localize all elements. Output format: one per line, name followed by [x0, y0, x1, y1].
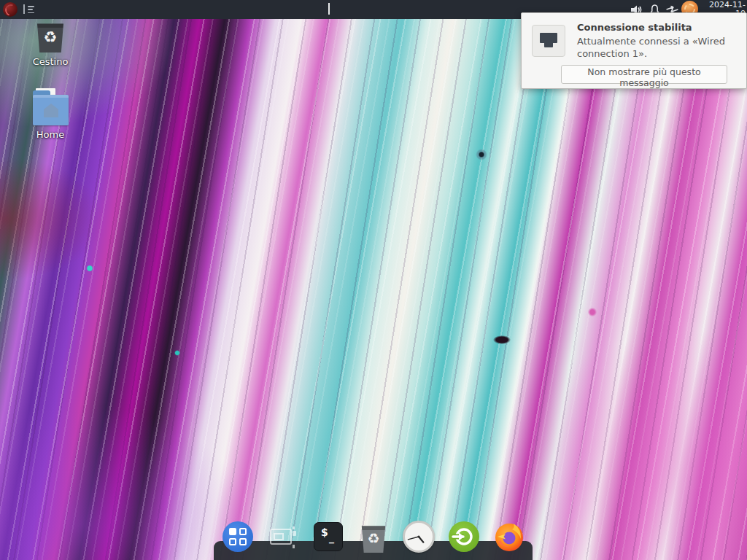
dock-terminal[interactable]: $ _	[312, 521, 344, 553]
home-folder-icon	[22, 88, 79, 125]
panel-separator	[23, 4, 25, 14]
clock-hands	[403, 521, 435, 553]
recycle-glyph: ♻	[367, 530, 379, 546]
distro-logo-icon[interactable]	[3, 2, 18, 17]
notification-body: Attualmente connessi a «Wired connection…	[577, 35, 727, 60]
desktop-icon-label: Home	[22, 129, 79, 140]
workspaces-icon	[270, 526, 296, 548]
desktop-icon-home[interactable]: Home	[22, 88, 79, 140]
terminal-icon: $ _	[314, 522, 343, 551]
trash-icon: ♻	[36, 21, 65, 52]
desktop-icon-trash[interactable]: ♻ Cestino	[22, 21, 79, 67]
dock-firefox[interactable]	[493, 521, 525, 553]
wired-network-icon	[532, 25, 565, 57]
firefox-icon	[493, 521, 525, 553]
terminal-cursor-glyph: _	[329, 532, 334, 543]
desktop-icon-label: Cestino	[22, 56, 79, 67]
house-glyph	[44, 104, 58, 117]
desktop-screen: 2024-11-10 16:43 ♻ Cestino Home Connessi…	[0, 0, 747, 560]
text-caret	[328, 3, 330, 15]
dock-trash[interactable]: ♻	[357, 521, 390, 553]
folder-body	[33, 95, 69, 125]
dock-clock[interactable]	[403, 521, 435, 553]
notification-popup: Connessione stabilita Attualmente connes…	[521, 12, 747, 89]
recycle-glyph: ♻	[44, 28, 58, 46]
notification-title: Connessione stabilita	[577, 22, 692, 33]
menu-lines-icon[interactable]	[28, 6, 34, 13]
terminal-dollar-glyph: $	[321, 526, 328, 538]
trash-icon: ♻	[360, 524, 387, 553]
logout-glyph	[449, 521, 479, 552]
app-grid-icon	[222, 521, 253, 552]
dock-logout[interactable]	[448, 521, 480, 553]
dock-workspaces[interactable]	[267, 521, 299, 553]
notification-dismiss-button[interactable]: Non mostrare più questo messaggio	[561, 65, 727, 84]
dock-app-launcher[interactable]	[222, 521, 254, 553]
